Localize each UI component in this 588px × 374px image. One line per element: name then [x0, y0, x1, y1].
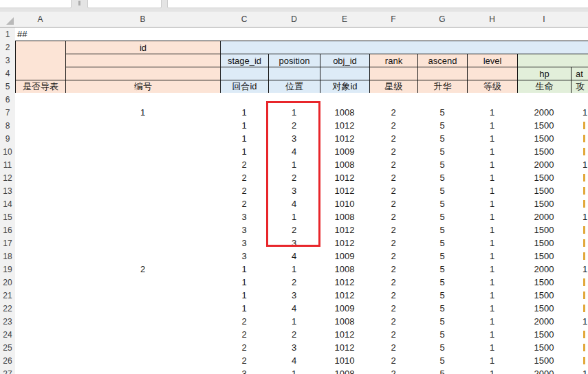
cell-E8[interactable]: 1012 [320, 119, 370, 133]
cell-H14[interactable]: 1 [467, 197, 518, 211]
header-cell-blank[interactable] [517, 54, 588, 67]
cell-J16[interactable] [571, 223, 588, 237]
cell-E9[interactable]: 1012 [320, 132, 370, 146]
row-header-4[interactable]: 4 [0, 67, 16, 80]
cell-I25[interactable]: 1500 [517, 341, 571, 355]
select-all-corner[interactable] [0, 12, 16, 28]
cell-I8[interactable]: 1500 [517, 119, 571, 133]
col-header-F[interactable]: F [369, 12, 418, 28]
name-box[interactable]: C25 [0, 0, 72, 8]
cell-B20[interactable] [65, 276, 221, 289]
row-header-19[interactable]: 19 [0, 263, 16, 276]
cell-A20[interactable] [15, 276, 66, 289]
header-cell-stage_id[interactable]: stage_id [220, 54, 269, 67]
cell-E12[interactable]: 1012 [320, 171, 370, 185]
cell-C24[interactable]: 2 [220, 328, 269, 342]
cell-G20[interactable]: 5 [417, 276, 468, 289]
cell-J1[interactable] [571, 28, 588, 41]
row-header-14[interactable]: 14 [0, 197, 16, 211]
header-cell-cn_number[interactable]: 编号 [65, 80, 221, 94]
cell-H6[interactable] [467, 93, 518, 107]
cell-E15[interactable]: 1008 [320, 210, 370, 224]
cell-G14[interactable]: 5 [417, 197, 468, 211]
cell-E17[interactable]: 1012 [320, 236, 370, 250]
cell-H12[interactable]: 1 [467, 171, 518, 185]
cell-E16[interactable]: 1012 [320, 223, 370, 237]
header-cell-id[interactable]: id [65, 41, 221, 54]
cell-F16[interactable]: 2 [369, 223, 418, 237]
cell-C10[interactable]: 1 [220, 145, 269, 159]
cell-E27[interactable]: 1008 [320, 367, 370, 374]
cell-I13[interactable]: 1500 [517, 184, 571, 198]
col-header-G[interactable]: G [417, 12, 468, 28]
cell-F13[interactable]: 2 [369, 184, 418, 198]
header-cell-blank[interactable] [65, 54, 221, 67]
cell-D19[interactable]: 1 [268, 263, 320, 276]
cell-F10[interactable]: 2 [369, 145, 418, 159]
cell-C11[interactable]: 2 [220, 158, 269, 172]
cell-G22[interactable]: 5 [417, 302, 468, 316]
cell-I10[interactable]: 1500 [517, 145, 571, 159]
cell-D23[interactable]: 1 [268, 315, 320, 329]
cell-G11[interactable]: 5 [417, 158, 468, 172]
cell-J15[interactable]: 1 [571, 210, 588, 224]
header-cell-blank[interactable] [417, 67, 468, 80]
header-cell-cn_level[interactable]: 等级 [467, 80, 518, 94]
cell-F20[interactable]: 2 [369, 276, 418, 289]
cell-C27[interactable]: 3 [220, 367, 269, 374]
cell-I20[interactable]: 1500 [517, 276, 571, 289]
cell-E26[interactable]: 1010 [320, 354, 370, 368]
header-cell-blank[interactable] [220, 41, 588, 54]
cell-H23[interactable]: 1 [467, 315, 518, 329]
row-header-27[interactable]: 27 [0, 367, 16, 374]
cell-C20[interactable]: 1 [220, 276, 269, 289]
cell-C21[interactable]: 1 [220, 289, 269, 302]
cell-F12[interactable]: 2 [369, 171, 418, 185]
cell-J23[interactable]: 1 [571, 315, 588, 329]
cell-H18[interactable]: 1 [467, 250, 518, 263]
cell-A27[interactable] [15, 367, 66, 374]
cell-B13[interactable] [65, 184, 221, 198]
cell-B18[interactable] [65, 250, 221, 263]
cell-I17[interactable]: 1500 [517, 236, 571, 250]
cell-G26[interactable]: 5 [417, 354, 468, 368]
row-header-2[interactable]: 2 [0, 41, 16, 54]
cell-A24[interactable] [15, 328, 66, 342]
cell-G18[interactable]: 5 [417, 250, 468, 263]
cell-A14[interactable] [15, 197, 66, 211]
row-header-7[interactable]: 7 [0, 106, 16, 120]
cell-G27[interactable]: 5 [417, 367, 468, 374]
header-cell-position[interactable]: position [268, 54, 320, 67]
cell-H25[interactable]: 1 [467, 341, 518, 355]
cell-F17[interactable]: 2 [369, 236, 418, 250]
header-cell-blank[interactable] [369, 67, 418, 80]
cell-I1[interactable] [517, 28, 571, 41]
cell-C23[interactable]: 2 [220, 315, 269, 329]
cell-A10[interactable] [15, 145, 66, 159]
cell-B25[interactable] [65, 341, 221, 355]
cell-A1[interactable]: ## [15, 28, 66, 41]
cell-A18[interactable] [15, 250, 66, 263]
cell-J26[interactable] [571, 354, 588, 368]
cell-C8[interactable]: 1 [220, 119, 269, 133]
row-header-21[interactable]: 21 [0, 289, 16, 302]
row-header-20[interactable]: 20 [0, 276, 16, 289]
col-header-A[interactable]: A [15, 12, 66, 28]
cell-G15[interactable]: 5 [417, 210, 468, 224]
cell-A22[interactable] [15, 302, 66, 316]
header-cell-cn_star[interactable]: 星级 [369, 80, 418, 94]
cell-G13[interactable]: 5 [417, 184, 468, 198]
cell-B26[interactable] [65, 354, 221, 368]
cell-I21[interactable]: 1500 [517, 289, 571, 302]
cell-B10[interactable] [65, 145, 221, 159]
cell-B11[interactable] [65, 158, 221, 172]
header-cell-blank[interactable] [467, 67, 518, 80]
cell-G16[interactable]: 5 [417, 223, 468, 237]
cell-F15[interactable]: 2 [369, 210, 418, 224]
row-header-26[interactable]: 26 [0, 354, 16, 368]
cell-C7[interactable]: 1 [220, 106, 269, 120]
col-header-J[interactable] [571, 12, 588, 28]
cell-F22[interactable]: 2 [369, 302, 418, 316]
cell-D1[interactable] [268, 28, 320, 41]
cell-A15[interactable] [15, 210, 66, 224]
